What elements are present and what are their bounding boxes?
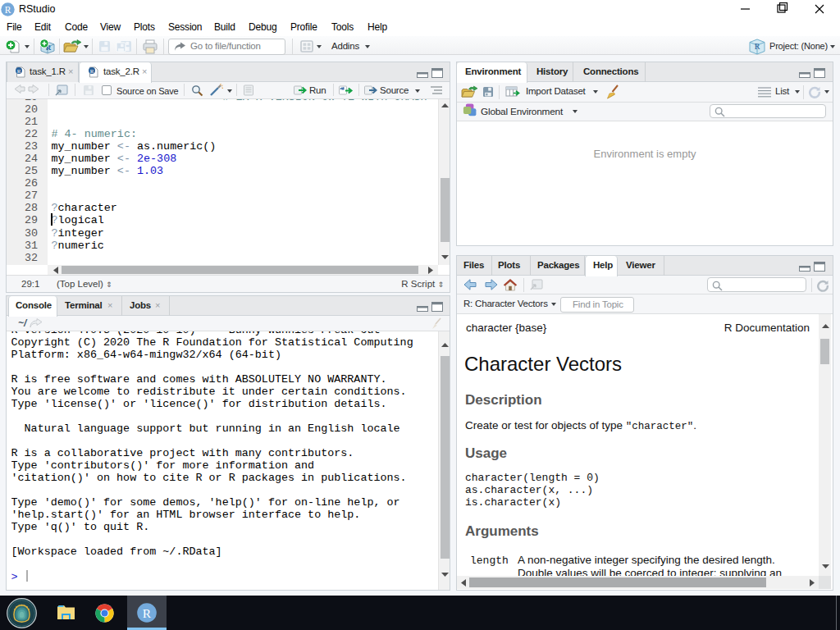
svg-text:R: R <box>17 68 21 75</box>
svg-text:R: R <box>755 42 760 51</box>
svg-text:R: R <box>5 5 11 15</box>
svg-text:R: R <box>143 606 152 620</box>
svg-text:R: R <box>90 68 94 75</box>
